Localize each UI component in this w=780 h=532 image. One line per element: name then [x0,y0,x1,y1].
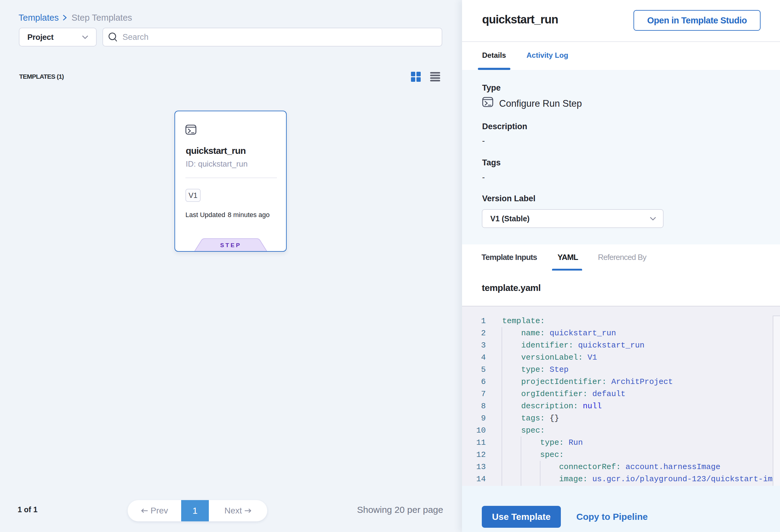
svg-text:STEP: STEP [220,242,241,248]
